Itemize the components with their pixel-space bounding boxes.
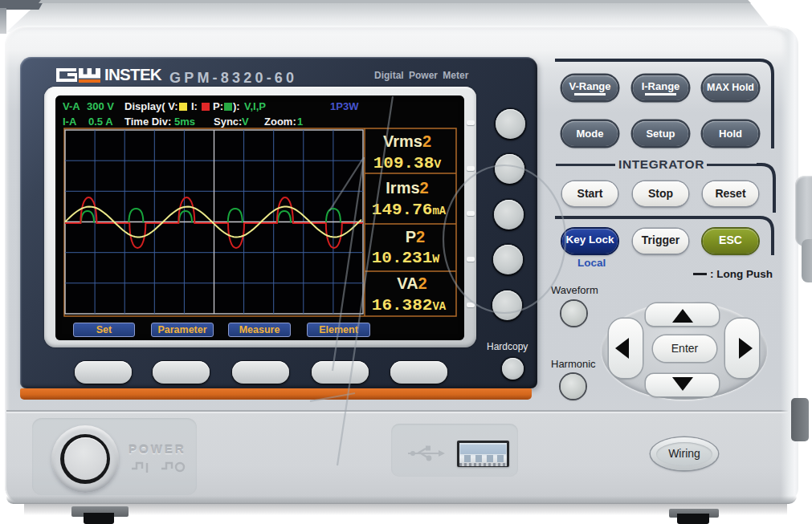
svg-text:Irms2: Irms2 (386, 179, 428, 197)
svg-text:16.382VA: 16.382VA (372, 296, 447, 315)
svg-text:P2: P2 (406, 228, 425, 246)
svg-text:109.38V: 109.38V (373, 154, 442, 173)
svg-text:10.231W: 10.231W (372, 249, 440, 267)
svg-text:Vrms2: Vrms2 (383, 132, 431, 150)
svg-text:149.76mA: 149.76mA (372, 201, 447, 219)
svg-text:VA2: VA2 (397, 274, 426, 292)
